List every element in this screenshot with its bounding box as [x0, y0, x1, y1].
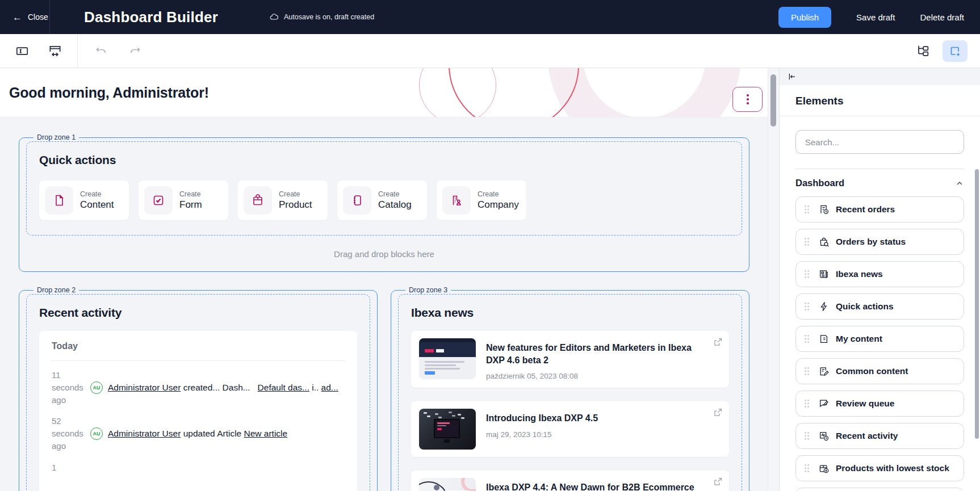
news-item[interactable]: Introducing Ibexa DXP 4.5 maj 29, 2023 1…: [411, 401, 729, 457]
ibexa-news-icon: [818, 268, 830, 280]
undo-icon[interactable]: [91, 41, 111, 61]
panel-header: Elements: [780, 85, 980, 116]
quick-actions-icon: [818, 301, 830, 312]
news-date: październik 05, 2023 08:08: [486, 372, 696, 380]
card-eyebrow: Create: [179, 190, 202, 198]
topbar-actions: Publish Save draft Delete draft: [778, 7, 980, 28]
drop-zone-2[interactable]: Drop zone 2 Recent activity Today 11 sec…: [19, 286, 378, 491]
text-field-block-icon[interactable]: [12, 41, 32, 61]
quick-actions-heading: Quick actions: [39, 153, 729, 167]
redo-icon[interactable]: [125, 41, 145, 61]
toolbar-history-group: [78, 41, 158, 61]
activity-timestamp: 52 seconds ago: [52, 415, 85, 452]
panel-collapse-bar: [780, 68, 980, 85]
open-external-icon[interactable]: [713, 407, 723, 418]
main-scrollbar-track: [768, 68, 779, 491]
drag-handle-icon[interactable]: [804, 464, 810, 473]
drag-handle-icon[interactable]: [804, 237, 810, 246]
open-external-icon[interactable]: [713, 337, 723, 347]
drag-handle-icon[interactable]: [804, 431, 810, 440]
activity-row: 1: [52, 461, 345, 474]
panel-scrollbar-thumb[interactable]: [975, 169, 979, 439]
drag-handle-icon[interactable]: [804, 367, 810, 376]
news-title[interactable]: New features for Editors and Marketers i…: [486, 342, 696, 366]
create-product-card[interactable]: Create Product: [238, 181, 328, 220]
activity-text: Administrator User created... Dash... De…: [108, 383, 338, 393]
news-title[interactable]: Ibexa DXP 4.4: A New Dawn for B2B Ecomme…: [486, 481, 694, 491]
delete-draft-button[interactable]: Delete draft: [920, 12, 964, 22]
create-catalog-card[interactable]: Create Catalog: [337, 181, 427, 220]
avatar: AU: [90, 427, 103, 440]
search-input[interactable]: [795, 130, 964, 154]
activity-action: i..: [309, 383, 321, 392]
news-title[interactable]: Introducing Ibexa DXP 4.5: [486, 412, 598, 425]
activity-action: updated Article: [181, 429, 244, 438]
element-item-recent-orders[interactable]: Recent orders: [795, 196, 964, 223]
target-link[interactable]: New article: [244, 429, 288, 438]
card-eyebrow: Create: [378, 190, 412, 198]
main-scrollbar-thumb[interactable]: [770, 74, 776, 127]
news-thumbnail: [419, 409, 476, 450]
ibexa-news-heading: Ibexa news: [411, 306, 729, 320]
drag-handle-icon[interactable]: [804, 205, 810, 214]
products-lowest-stock-icon: [818, 463, 830, 474]
product-box-icon: [244, 186, 272, 215]
element-item-recent-activity[interactable]: Recent activity: [795, 423, 964, 449]
kebab-icon: [747, 94, 749, 104]
element-item-common-content[interactable]: Common content: [795, 358, 964, 384]
close-button[interactable]: ← Close: [0, 0, 50, 34]
company-building-icon: [442, 186, 471, 215]
close-label: Close: [28, 12, 48, 22]
news-item[interactable]: New features for Editors and Marketers i…: [411, 331, 729, 388]
element-item-review-queue[interactable]: Review queue: [795, 391, 964, 417]
decorative-circle: [449, 68, 579, 117]
create-form-card[interactable]: Create Form: [139, 181, 228, 220]
form-checkbox-icon: [144, 186, 173, 215]
element-item-my-content[interactable]: My content: [795, 326, 964, 352]
collapse-panel-icon[interactable]: [788, 72, 797, 81]
element-item-ibexa-news[interactable]: Ibexa news: [795, 261, 964, 287]
drag-handle-icon[interactable]: [804, 334, 810, 343]
card-title: Content: [80, 199, 114, 211]
save-draft-button[interactable]: Save draft: [856, 12, 895, 22]
drag-handle-icon[interactable]: [804, 270, 810, 279]
element-item-products-lowest-stock[interactable]: Products with lowest stock: [795, 455, 964, 481]
target-link[interactable]: Default das...: [258, 383, 309, 392]
create-company-card[interactable]: Create Company: [437, 181, 526, 220]
target-link[interactable]: ad...: [321, 383, 338, 392]
drop-zone-3[interactable]: Drop zone 3 Ibexa news New features for …: [391, 286, 749, 491]
activity-action: created... Dash...: [181, 383, 257, 392]
elements-panel: Elements Dashboard Recent orders: [779, 68, 980, 491]
panel-title: Elements: [795, 95, 964, 107]
element-item-orders-by-status[interactable]: Orders by status: [795, 229, 964, 255]
dashboard-section-header[interactable]: Dashboard: [795, 178, 964, 188]
element-item-quick-actions[interactable]: Quick actions: [795, 293, 964, 320]
drop-zone-3-label: Drop zone 3: [405, 286, 451, 294]
create-content-card[interactable]: Create Content: [39, 181, 129, 220]
context-menu-button[interactable]: [732, 87, 763, 112]
drag-handle-icon[interactable]: [804, 399, 810, 408]
open-external-icon[interactable]: [713, 476, 723, 487]
panel-body: Dashboard Recent orders: [780, 116, 980, 491]
recent-activity-icon: [818, 430, 830, 442]
viewport-width-icon[interactable]: [45, 41, 65, 61]
recent-activity-block[interactable]: Recent activity Today 11 seconds ago AU …: [26, 294, 370, 491]
add-block-icon[interactable]: [943, 40, 968, 62]
news-date: maj 29, 2023 10:15: [486, 430, 598, 439]
user-link[interactable]: Administrator User: [108, 383, 181, 392]
chevron-up-icon[interactable]: [955, 179, 964, 188]
arrow-left-icon: ←: [12, 12, 22, 22]
structure-tree-icon[interactable]: [913, 41, 932, 61]
topbar: ← Close Dashboard Builder Autosave is on…: [0, 0, 980, 34]
page-title: Good morning, Administrator!: [9, 85, 209, 101]
quick-actions-block[interactable]: Quick actions Create Content: [26, 141, 742, 236]
drag-handle-icon[interactable]: [804, 302, 810, 311]
quick-actions-cards: Create Content Create: [39, 181, 729, 220]
ibexa-news-block[interactable]: Ibexa news New features for Editors and …: [398, 294, 742, 491]
cloud-icon: [269, 12, 279, 22]
user-link[interactable]: Administrator User: [108, 429, 181, 438]
publish-button[interactable]: Publish: [778, 7, 831, 28]
element-item-partial[interactable]: [795, 488, 964, 491]
drop-zone-1[interactable]: Drop zone 1 Quick actions Create Content: [19, 133, 749, 272]
news-item[interactable]: Ibexa DXP 4.4: A New Dawn for B2B Ecomme…: [411, 471, 729, 491]
